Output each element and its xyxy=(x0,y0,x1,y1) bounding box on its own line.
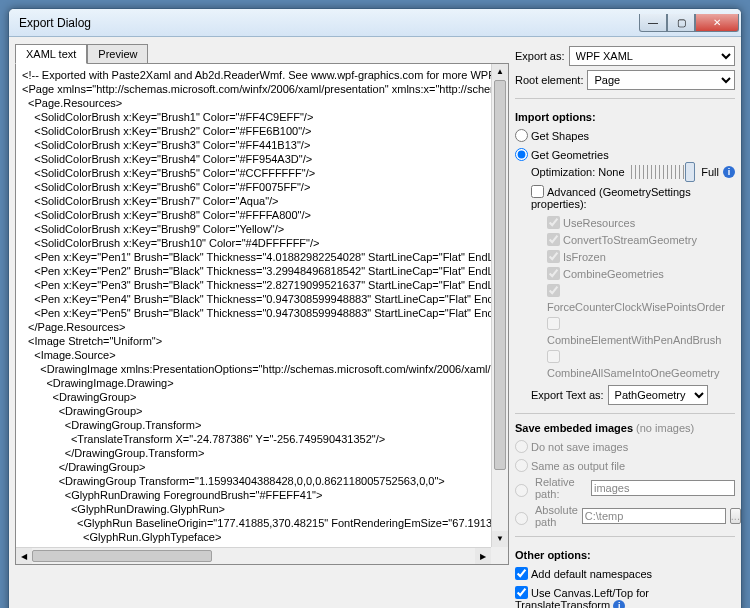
opt-canvas-checkbox[interactable] xyxy=(515,586,528,599)
adv-forceccw-checkbox xyxy=(547,284,560,297)
adv-combinegeom-checkbox xyxy=(547,267,560,280)
export-text-as-combo[interactable]: PathGeometry xyxy=(608,385,708,405)
vertical-scrollbar[interactable]: ▲ ▼ xyxy=(491,64,508,547)
scroll-corner xyxy=(491,547,508,564)
import-options-header: Import options: xyxy=(515,111,735,123)
advanced-label: Advanced (GeometrySettings properties): xyxy=(531,186,691,210)
info-icon[interactable]: i xyxy=(723,166,735,178)
maximize-button[interactable]: ▢ xyxy=(667,14,695,32)
adv-combineall-checkbox xyxy=(547,350,560,363)
emb-no-radio xyxy=(515,440,528,453)
tab-xaml-text[interactable]: XAML text xyxy=(15,44,87,64)
get-shapes-radio[interactable] xyxy=(515,129,528,142)
adv-combinepenbrush-checkbox xyxy=(547,317,560,330)
tab-preview[interactable]: Preview xyxy=(87,44,148,64)
scroll-up-icon[interactable]: ▲ xyxy=(492,64,508,80)
adv-convertstream-checkbox xyxy=(547,233,560,246)
emb-rel-radio xyxy=(515,484,528,497)
root-element-combo[interactable]: Page xyxy=(587,70,735,90)
other-options-header: Other options: xyxy=(515,549,735,561)
scroll-left-icon[interactable]: ◀ xyxy=(16,548,32,564)
scroll-thumb-v[interactable] xyxy=(494,80,506,470)
adv-useresources-checkbox xyxy=(547,216,560,229)
get-shapes-label: Get Shapes xyxy=(531,130,589,142)
scroll-right-icon[interactable]: ▶ xyxy=(475,548,491,564)
slider-handle[interactable] xyxy=(685,162,695,182)
export-as-combo[interactable]: WPF XAML xyxy=(569,46,735,66)
minimize-button[interactable]: — xyxy=(639,14,667,32)
horizontal-scrollbar[interactable]: ◀ ▶ xyxy=(16,547,491,564)
advanced-checkbox[interactable] xyxy=(531,185,544,198)
optimization-slider[interactable] xyxy=(631,165,696,179)
emb-browse-button: ... xyxy=(730,508,741,524)
info-icon[interactable]: i xyxy=(613,600,625,608)
emb-same-radio xyxy=(515,459,528,472)
embed-header: Save embeded images xyxy=(515,422,633,434)
emb-abs-input xyxy=(582,508,726,524)
export-text-as-label: Export Text as: xyxy=(531,389,604,401)
emb-abs-radio xyxy=(515,512,528,525)
export-as-label: Export as: xyxy=(515,50,565,62)
opt-namespaces-checkbox[interactable] xyxy=(515,567,528,580)
scroll-thumb-h[interactable] xyxy=(32,550,212,562)
emb-rel-input xyxy=(591,480,735,496)
xaml-code-view[interactable]: <!-- Exported with Paste2Xaml and Ab2d.R… xyxy=(15,63,509,565)
window-title: Export Dialog xyxy=(19,16,639,30)
root-element-label: Root element: xyxy=(515,74,583,86)
get-geometries-label: Get Geometries xyxy=(531,149,609,161)
optimization-full-label: Full xyxy=(701,166,719,178)
xaml-code: <!-- Exported with Paste2Xaml and Ab2d.R… xyxy=(16,64,508,565)
close-button[interactable]: ✕ xyxy=(695,14,739,32)
advanced-list: UseResources ConvertToStreamGeometry IsF… xyxy=(547,214,735,381)
embed-note: (no images) xyxy=(636,422,694,434)
scroll-down-icon[interactable]: ▼ xyxy=(492,531,508,547)
get-geometries-radio[interactable] xyxy=(515,148,528,161)
title-bar: Export Dialog — ▢ ✕ xyxy=(9,9,741,37)
adv-isfrozen-checkbox xyxy=(547,250,560,263)
optimization-label: Optimization: None xyxy=(531,166,625,178)
